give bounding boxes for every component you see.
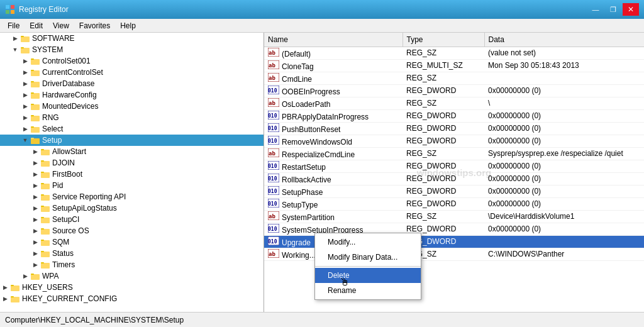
svg-text:010: 010: [268, 164, 277, 169]
tree-expander-controlset001[interactable]: ▶: [20, 55, 30, 67]
table-row[interactable]: 010PBRApplyDataInProgressREG_DWORD0x0000…: [264, 109, 644, 122]
minimize-button[interactable]: —: [587, 3, 604, 16]
table-row[interactable]: abSystemPartitionREG_SZ\Device\HarddiskV…: [264, 210, 644, 223]
svg-rect-6: [21, 48, 30, 53]
tree-expander-sqm[interactable]: ▶: [30, 236, 40, 248]
tree-node-currentcontrolset[interactable]: ▶CurrentControlSet: [0, 67, 264, 78]
svg-rect-25: [41, 150, 50, 155]
table-row[interactable]: 010SetupTypeREG_DWORD0x00000000 (0): [264, 197, 644, 210]
menu-view[interactable]: View: [48, 19, 74, 32]
tree-node-firstboot[interactable]: ▶FirstBoot: [0, 169, 264, 180]
tree-node-rng[interactable]: ▶RNG: [0, 112, 264, 123]
table-row[interactable]: 010SystemSetupInProgressREG_DWORD0x00000…: [264, 223, 644, 235]
table-row[interactable]: ab(Default)REG_SZ(value not set): [264, 47, 644, 59]
menu-file[interactable]: File: [3, 19, 25, 32]
svg-rect-19: [31, 115, 34, 116]
cell-data-8: Sysprep/sysprep.exe /respecialize /quiet: [484, 147, 644, 160]
svg-rect-7: [21, 47, 24, 48]
tree-expander-setupci[interactable]: ▶: [30, 214, 40, 225]
folder-icon-setupapilogstatus: [40, 203, 50, 213]
cell-data-5: 0x00000000 (0): [484, 109, 644, 122]
close-button[interactable]: ✕: [623, 3, 639, 16]
svg-rect-47: [31, 274, 40, 280]
svg-rect-18: [31, 116, 40, 121]
table-row[interactable]: abCmdLineREG_SZ: [264, 72, 644, 84]
table-row[interactable]: abOsLoaderPathREG_SZ\: [264, 97, 644, 109]
tree-expander-select[interactable]: ▶: [20, 123, 30, 135]
tree-expander-rng[interactable]: ▶: [20, 112, 30, 123]
tree-expander-setupapilogstatus[interactable]: ▶: [30, 202, 40, 214]
table-row[interactable]: 010RemoveWindowsOldREG_DWORD0x00000000 (…: [264, 135, 644, 147]
table-row[interactable]: abWorking...REG_SZC:\WINDOWS\Panther: [264, 248, 644, 260]
tree-node-hardwareconfig[interactable]: ▶HardwareConfig: [0, 89, 264, 101]
tree-expander-sourceos[interactable]: ▶: [30, 225, 40, 236]
tree-node-status[interactable]: ▶Status: [0, 248, 264, 259]
tree-expander-currentcontrolset[interactable]: ▶: [20, 67, 30, 78]
tree-expander-servicereportingapi[interactable]: ▶: [30, 191, 40, 202]
col-header-data: Data: [484, 33, 644, 47]
tree-expander-mounteddevices[interactable]: ▶: [20, 101, 30, 112]
tree-node-allowstart[interactable]: ▶AllowStart: [0, 146, 264, 157]
tree-expander-hkeyusers[interactable]: ▶: [0, 282, 10, 293]
tree-node-setupci[interactable]: ▶SetupCI: [0, 214, 264, 225]
tree-node-djoin[interactable]: ▶DJOIN: [0, 157, 264, 169]
tree-node-controlset001[interactable]: ▶ControlSet001: [0, 55, 264, 67]
tree-node-pid[interactable]: ▶Pid: [0, 180, 264, 191]
menu-edit[interactable]: Edit: [25, 19, 48, 32]
tree-node-timers[interactable]: ▶Timers: [0, 259, 264, 270]
tree-expander-driverdatabase[interactable]: ▶: [20, 78, 30, 89]
tree-expander-firstboot[interactable]: ▶: [30, 169, 40, 180]
table-row[interactable]: 010RollbackActiveREG_DWORD0x00000000 (0): [264, 172, 644, 185]
tree-expander-setup[interactable]: ▼: [20, 135, 30, 146]
cell-name-1: abCloneTag: [264, 59, 402, 72]
registry-tree[interactable]: ▶SOFTWARE▼SYSTEM▶ControlSet001▶CurrentCo…: [0, 33, 264, 312]
tree-node-sqm[interactable]: ▶SQM: [0, 236, 264, 248]
tree-expander-djoin[interactable]: ▶: [30, 157, 40, 169]
tree-node-system[interactable]: ▼SYSTEM: [0, 44, 264, 55]
table-row[interactable]: 010PushButtonResetREG_DWORD0x00000000 (0…: [264, 122, 644, 135]
table-row[interactable]: 010OOBEInProgressREG_DWORD0x00000000 (0): [264, 84, 644, 97]
tree-label-setupapilogstatus: SetupApiLogStatus: [52, 204, 117, 213]
cell-name-6: 010PushButtonReset: [264, 122, 402, 135]
tree-expander-software[interactable]: ▶: [10, 33, 20, 44]
tree-expander-wpa[interactable]: ▶: [20, 270, 30, 282]
tree-label-allowstart: AllowStart: [52, 147, 86, 156]
tree-node-setup[interactable]: ▼Setup: [0, 135, 264, 146]
table-row[interactable]: abCloneTagREG_MULTI_SZMon Sep 30 05:18:4…: [264, 59, 644, 72]
tree-expander-timers[interactable]: ▶: [30, 259, 40, 270]
tree-node-hkeycurrentconfig[interactable]: ▶HKEY_CURRENT_CONFIG: [0, 293, 264, 304]
ab-icon: ab: [268, 98, 279, 107]
svg-rect-28: [41, 160, 44, 162]
table-row[interactable]: 010SetupPhaseREG_DWORD0x00000000 (0): [264, 185, 644, 197]
table-row[interactable]: abRespecializeCmdLineREG_SZSysprep/syspr…: [264, 147, 644, 160]
menu-bar: File Edit View Favorites Help: [0, 19, 644, 33]
svg-rect-42: [41, 240, 44, 241]
ab-icon: ab: [268, 60, 279, 69]
folder-icon-djoin: [40, 158, 50, 168]
svg-rect-4: [21, 36, 30, 42]
tree-node-mounteddevices[interactable]: ▶MountedDevices: [0, 101, 264, 112]
restore-button[interactable]: ❐: [605, 3, 621, 16]
tree-node-servicereportingapi[interactable]: ▶Service Reporting API: [0, 191, 264, 202]
table-header: Name Type Data: [264, 33, 644, 47]
menu-favorites[interactable]: Favorites: [74, 19, 115, 32]
table-row[interactable]: 010UpgradeREG_DWORD: [264, 235, 644, 248]
tree-expander-allowstart[interactable]: ▶: [30, 146, 40, 157]
tree-expander-hardwareconfig[interactable]: ▶: [20, 89, 30, 101]
tree-node-hkeyusers[interactable]: ▶HKEY_USERS: [0, 282, 264, 293]
tree-expander-system[interactable]: ▼: [10, 44, 20, 55]
tree-node-sourceos[interactable]: ▶Source OS: [0, 225, 264, 236]
folder-icon-currentcontrolset: [30, 67, 40, 77]
tree-node-driverdatabase[interactable]: ▶DriverDatabase: [0, 78, 264, 89]
tree-node-wpa[interactable]: ▶WPA: [0, 270, 264, 282]
tree-expander-hkeycurrentconfig[interactable]: ▶: [0, 293, 10, 304]
tree-node-setupapilogstatus[interactable]: ▶SetupApiLogStatus: [0, 202, 264, 214]
tree-node-select[interactable]: ▶Select: [0, 123, 264, 135]
tree-expander-status[interactable]: ▶: [30, 248, 40, 259]
table-row[interactable]: 010RestartSetupREG_DWORD0x00000000 (0): [264, 160, 644, 172]
menu-help[interactable]: Help: [115, 19, 141, 32]
tree-node-software[interactable]: ▶SOFTWARE: [0, 33, 264, 44]
cell-type-7: REG_DWORD: [402, 135, 484, 147]
tree-expander-pid[interactable]: ▶: [30, 180, 40, 191]
tree-label-status: Status: [52, 249, 74, 258]
